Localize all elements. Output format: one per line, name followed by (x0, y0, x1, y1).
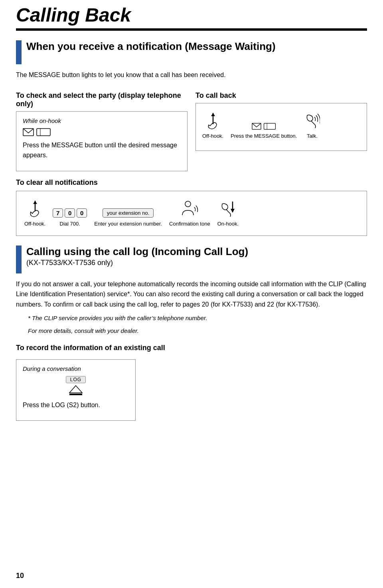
section2-footnote2: For more details, consult with your deal… (28, 327, 367, 336)
msg-btn-rect-icon (263, 123, 276, 130)
right-column: To call back Off-hook. (195, 84, 367, 171)
svg-point-8 (185, 201, 191, 207)
key-0-2: 0 (77, 208, 87, 218)
section1-intro: The MESSAGE button lights to let you kno… (16, 70, 367, 80)
message-icon-row (23, 128, 181, 136)
clear-offhook-label: Off-hook. (24, 221, 45, 227)
svg-rect-1 (37, 129, 50, 136)
key-row-700: 7 0 0 (53, 208, 87, 218)
dial700-label: Dial 700. (60, 221, 80, 227)
page-number: 10 (16, 572, 24, 580)
svg-rect-12 (69, 394, 82, 395)
talk-icon (304, 112, 320, 130)
while-onhook-box: While on-hook Press the MESSAGE button u… (16, 111, 188, 171)
extension-item: your extension no. Enter your extension … (94, 208, 162, 227)
offhook-icon-item: Off-hook. (202, 112, 223, 139)
talk-label: Talk. (307, 133, 318, 139)
record-section-label: To record the information of an existing… (16, 344, 367, 352)
svg-marker-3 (211, 113, 215, 116)
onhook-label: On-hook. (217, 221, 239, 227)
while-onhook-label: While on-hook (23, 117, 181, 124)
left-col-instruction: Press the MESSAGE button until the desir… (23, 140, 181, 160)
clear-notif-icon-row: Off-hook. 7 0 0 Dial 700. your extension… (24, 200, 359, 227)
onhook-item: On-hook. (217, 200, 239, 227)
key-0-1: 0 (65, 208, 75, 218)
extension-label: Enter your extension number. (94, 221, 162, 227)
record-instruction: Press the LOG (S2) button. (23, 400, 129, 410)
log-label-box: LOG (66, 376, 86, 383)
message-btn-icon-item: Press the MESSAGE button. (231, 123, 297, 139)
blue-bar-2 (16, 245, 22, 273)
onhook-icon (219, 200, 237, 218)
dial700-item: 7 0 0 Dial 700. (53, 208, 87, 227)
clear-notif-label: To clear all notifications (16, 178, 367, 187)
svg-marker-10 (231, 209, 235, 213)
record-box-label: During a conversation (23, 365, 129, 372)
svg-rect-5 (264, 123, 275, 129)
left-col-label: To check and select the party (display t… (16, 91, 188, 108)
envelope-icon (23, 128, 34, 136)
right-col-label: To call back (195, 91, 367, 100)
clear-offhook-icon (28, 200, 42, 218)
conftone-label: Confirmation tone (169, 221, 210, 227)
extension-pill: your extension no. (103, 208, 154, 218)
offhook-label: Off-hook. (202, 133, 223, 139)
call-back-box: Off-hook. Press the MESSAGE b (195, 103, 367, 151)
section2-heading-container: Calling using the call log (Incoming Cal… (16, 245, 367, 273)
page-title: Calling Back (16, 0, 367, 30)
section1-heading: When you receive a notification (Message… (16, 40, 367, 64)
svg-marker-11 (69, 386, 82, 393)
call-back-icon-row: Off-hook. Press the MESSAGE b (202, 112, 360, 139)
svg-marker-7 (33, 201, 37, 204)
talk-icon-item: Talk. (304, 112, 320, 139)
clear-notif-box: Off-hook. 7 0 0 Dial 700. your extension… (16, 191, 367, 236)
left-column: To check and select the party (display t… (16, 84, 188, 171)
conftone-item: Confirmation tone (169, 200, 210, 227)
blue-bar-1 (16, 40, 22, 64)
log-button-container: LOG (23, 376, 129, 396)
key-7: 7 (53, 208, 63, 218)
section2-subheading: (KX-T7533/KX-T7536 only) (26, 259, 248, 267)
section2-body1: If you do not answer a call, your teleph… (16, 279, 367, 310)
conftone-icon (180, 200, 199, 218)
button-rect-icon (36, 128, 51, 136)
log-button-icon (67, 384, 85, 396)
record-info-box: During a conversation LOG Press the LOG … (16, 359, 136, 421)
two-col-layout: To check and select the party (display t… (16, 84, 367, 171)
message-btn-label: Press the MESSAGE button. (231, 133, 297, 139)
clear-offhook-item: Off-hook. (24, 200, 45, 227)
msg-envelope-icon (252, 123, 261, 130)
section2-heading-text: Calling using the call log (Incoming Cal… (26, 245, 248, 267)
section2-footnote1: * The CLIP service provides you with the… (28, 314, 367, 323)
offhook-icon (205, 112, 221, 130)
